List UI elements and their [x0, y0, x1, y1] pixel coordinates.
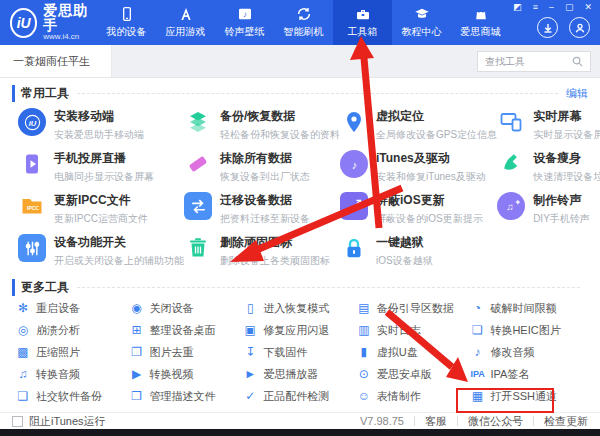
tool-title: 删除顽固图标 [220, 234, 330, 251]
nav-item-4[interactable]: 工具箱 [333, 0, 392, 45]
tool-link-label: 转换音频 [36, 367, 80, 382]
tool-card[interactable]: IPCC更新IPCC文件更新IPCC运营商文件 [18, 189, 184, 231]
tool-card[interactable]: 设备瘦身快速清理设备垃圾文件 [497, 147, 600, 189]
tool-link-label: 进入恢复模式 [263, 301, 329, 316]
tool-card[interactable]: iU安装移动端安装爱思助手移动端 [18, 105, 184, 147]
nav-item-5[interactable]: 教程中心 [392, 0, 451, 45]
tool-link[interactable]: ⊞整理设备桌面 [130, 319, 244, 341]
nav-item-2[interactable]: ♪铃声壁纸 [215, 0, 274, 45]
tool-link[interactable]: ❏转换HEIC图片 [470, 319, 584, 341]
tool-title: 实时屏幕 [533, 108, 600, 125]
tool-subtitle: 屏蔽设备的iOS更新提示 [376, 212, 483, 226]
tool-link[interactable]: IPAIPA签名 [470, 363, 584, 385]
tool-link[interactable]: ▯进入恢复模式 [243, 297, 357, 319]
statusbar-link-1[interactable]: 微信公众号 [468, 414, 523, 429]
maximize-icon[interactable]: ▢ [565, 3, 574, 12]
nav-item-label: 应用游戏 [166, 25, 206, 39]
tool-link[interactable]: ▤备份引导区数据 [357, 297, 471, 319]
close-icon[interactable]: ✕ [584, 3, 592, 12]
user-circle-icon[interactable] [569, 17, 590, 38]
taskbar-edge [0, 429, 600, 436]
tool-card[interactable]: 实时屏幕实时显示设备屏幕的画面 [497, 105, 600, 147]
app-fix-icon: ▣ [243, 324, 257, 336]
flash-icon [296, 6, 312, 22]
nav-item-0[interactable]: 我的设备 [97, 0, 156, 45]
statusbar-link-2[interactable]: 检查更新 [544, 414, 588, 429]
phone-play-icon [18, 150, 46, 178]
svg-text:IPCC: IPCC [27, 205, 39, 211]
lock-icon [340, 234, 368, 262]
tool-card[interactable]: 删除顽固图标删除设备上各类顽固图标 [184, 231, 340, 273]
device-tab[interactable]: 一蓑烟雨任平生 [0, 45, 112, 77]
tool-link[interactable]: ▮虚拟U盘 [357, 341, 471, 363]
tool-link[interactable]: ►爱思播放器 [243, 363, 357, 385]
tool-subtitle: 安装和修复iTunes及驱动 [376, 170, 486, 184]
tool-link[interactable]: ♫转换音频 [16, 363, 130, 385]
tool-card[interactable]: ♫制作铃声DIY手机铃声 [497, 189, 600, 231]
mall-icon [473, 6, 489, 22]
tool-link[interactable]: ▣修复应用闪退 [243, 319, 357, 341]
download-circle-icon[interactable] [537, 17, 558, 38]
tool-card[interactable]: 备份/恢复数据轻松备份和恢复设备的资料 [184, 105, 340, 147]
tool-link[interactable]: ↧下载固件 [243, 341, 357, 363]
tool-title: 虚拟定位 [376, 108, 497, 125]
tool-link[interactable]: ☺表情制作 [357, 385, 471, 407]
tool-link[interactable]: ▩压缩照片 [16, 341, 130, 363]
tool-link[interactable]: ❒管理描述文件 [130, 385, 244, 407]
ringtone-icon: ♫ [497, 192, 525, 220]
tool-title: 手机投屏直播 [54, 150, 154, 167]
tool-link-label: 整理设备桌面 [150, 323, 216, 338]
tool-title: 安装移动端 [54, 108, 144, 125]
menu-icon[interactable]: ≡ [533, 3, 538, 12]
tool-card[interactable]: 一键越狱iOS设备越狱 [340, 231, 497, 273]
tool-title: 一键越狱 [376, 234, 433, 251]
tool-link[interactable]: ✓正品配件检测 [243, 385, 357, 407]
statusbar-link-0[interactable]: 客服 [425, 414, 447, 429]
block-itunes-checkbox[interactable] [12, 416, 23, 427]
tool-link[interactable]: ❐图片去重 [130, 341, 244, 363]
edit-link[interactable]: 编辑 [566, 86, 588, 101]
tool-link-label: IPA签名 [490, 367, 529, 382]
tool-link[interactable]: ❑社交软件备份 [16, 385, 130, 407]
nav-item-label: 爱思商城 [461, 25, 501, 39]
tool-link[interactable]: ▦打开SSH通道 [470, 385, 584, 407]
pin-icon [340, 108, 368, 136]
nav-item-3[interactable]: 智能刷机 [274, 0, 333, 45]
android-icon: ⊙ [357, 368, 371, 380]
tool-link[interactable]: ✻重启设备 [16, 297, 130, 319]
tool-link[interactable]: ▶转换视频 [130, 363, 244, 385]
tool-link[interactable]: ◎崩溃分析 [16, 319, 130, 341]
eraser-icon [184, 150, 212, 178]
broom-icon [497, 150, 525, 178]
tool-link[interactable]: ♪修改音频 [470, 341, 584, 363]
tool-card[interactable]: 设备功能开关开启或关闭设备上的辅助功能 [18, 231, 184, 273]
tool-title: 设备功能开关 [54, 234, 184, 251]
tool-card[interactable]: 虚拟定位全局修改设备GPS定位信息 [340, 105, 497, 147]
ipa-sign-icon: IPA [470, 370, 484, 379]
tool-card[interactable]: 手机投屏直播电脑同步显示设备屏幕 [18, 147, 184, 189]
nav-item-1[interactable]: 应用游戏 [156, 0, 215, 45]
tool-card[interactable]: 抹除所有数据恢复设备到出厂状态 [184, 147, 340, 189]
divider [533, 416, 534, 426]
tool-link[interactable]: ◔破解时间限额 [470, 297, 584, 319]
switches-icon [18, 234, 46, 262]
tool-search-box[interactable] [477, 51, 591, 72]
tool-card[interactable]: 屏蔽iOS更新屏蔽设备的iOS更新提示 [340, 189, 497, 231]
tool-link-label: 表情制作 [377, 389, 421, 404]
nav-item-label: 我的设备 [107, 25, 147, 39]
tool-link-label: 爱思安卓版 [377, 367, 432, 382]
status-bar: 阻止iTunes运行 V7.98.75客服微信公众号检查更新 [0, 412, 600, 429]
divider [77, 287, 580, 288]
nav-item-6[interactable]: 爱思商城 [451, 0, 510, 45]
i4-tools-window: iU 爱思助手 www.i4.cn 我的设备应用游戏♪铃声壁纸智能刷机工具箱教程… [0, 0, 600, 436]
search-input[interactable] [485, 56, 572, 67]
theme-icon[interactable]: ◩ [513, 3, 522, 12]
tool-link[interactable]: ▥实时日志 [357, 319, 471, 341]
minimize-icon[interactable]: – [549, 3, 554, 12]
tool-card[interactable]: 迁移设备数据把资料迁移至新设备 [184, 189, 340, 231]
tool-card[interactable]: ♪iTunes及驱动安装和修复iTunes及驱动 [340, 147, 497, 189]
tool-link[interactable]: ⊙爱思安卓版 [357, 363, 471, 385]
tool-link-label: 打开SSH通道 [490, 389, 557, 404]
tool-link[interactable]: ◉关闭设备 [130, 297, 244, 319]
accessory-check-icon: ✓ [243, 390, 257, 402]
